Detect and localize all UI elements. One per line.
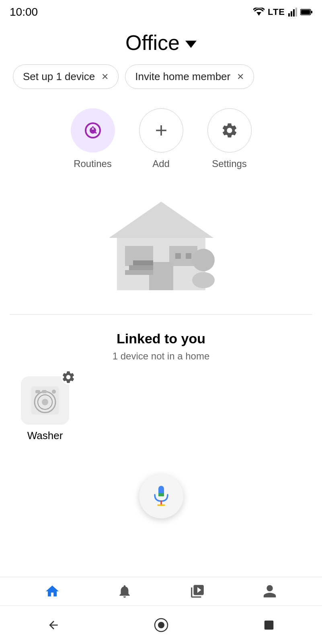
nav-media[interactable]	[190, 584, 205, 599]
svg-marker-9	[109, 202, 213, 238]
svg-point-14	[192, 249, 215, 271]
bottom-nav	[0, 577, 322, 605]
svg-rect-25	[35, 390, 40, 393]
svg-rect-32	[158, 493, 164, 496]
svg-rect-4	[295, 8, 297, 17]
voice-button[interactable]	[139, 474, 183, 518]
svg-rect-20	[133, 260, 153, 265]
add-button[interactable]: Add	[139, 108, 183, 169]
wifi-icon	[253, 8, 265, 17]
home-title-container[interactable]: Office	[125, 31, 197, 55]
svg-rect-1	[288, 13, 290, 17]
svg-rect-26	[42, 390, 47, 393]
svg-rect-7	[301, 10, 310, 14]
invite-member-close-icon[interactable]: ✕	[237, 72, 244, 82]
microphone-icon	[152, 485, 171, 508]
washer-icon	[29, 384, 61, 417]
svg-point-24	[42, 399, 48, 405]
nav-home[interactable]	[45, 584, 60, 599]
nav-notifications[interactable]	[117, 584, 132, 599]
status-bar: 10:00 LTE	[0, 0, 322, 23]
device-icon-wrapper	[21, 376, 69, 425]
routines-button[interactable]: Routines	[71, 108, 115, 169]
add-label: Add	[152, 158, 170, 169]
svg-point-34	[158, 622, 164, 628]
voice-area	[0, 450, 322, 526]
routines-circle	[71, 108, 115, 153]
square-icon	[263, 619, 275, 631]
device-settings-icon[interactable]	[61, 370, 76, 386]
svg-point-15	[192, 272, 215, 288]
actions-row: Routines Add Settings	[0, 102, 322, 186]
svg-rect-6	[311, 11, 312, 13]
profile-icon	[262, 584, 277, 599]
media-icon	[190, 584, 205, 599]
device-name: Washer	[27, 429, 63, 442]
status-time: 10:00	[10, 6, 38, 19]
page-title: Office	[125, 31, 180, 55]
svg-rect-35	[265, 620, 274, 630]
back-icon	[47, 619, 60, 632]
recents-button[interactable]	[263, 619, 275, 631]
linked-subtitle: 1 device not in a home	[13, 351, 309, 362]
chips-row: Set up 1 device ✕ Invite home member ✕	[0, 64, 322, 102]
invite-member-label: Invite home member	[135, 70, 230, 83]
battery-icon	[300, 9, 312, 15]
lte-label: LTE	[268, 7, 285, 17]
home-button[interactable]	[154, 618, 168, 632]
bell-icon	[117, 584, 132, 599]
header[interactable]: Office	[0, 23, 322, 64]
settings-button[interactable]: Settings	[207, 108, 252, 169]
add-circle	[139, 108, 183, 153]
invite-member-chip[interactable]: Invite home member ✕	[125, 64, 254, 89]
house-icon	[97, 194, 226, 298]
status-icons: LTE	[253, 7, 312, 17]
home-nav-icon	[45, 584, 60, 599]
empty-state-illustration	[0, 186, 322, 314]
setup-device-label: Set up 1 device	[23, 70, 95, 83]
chevron-down-icon[interactable]	[185, 41, 197, 48]
svg-marker-0	[256, 12, 261, 16]
add-icon	[152, 122, 170, 139]
svg-point-27	[52, 390, 56, 394]
svg-rect-18	[125, 270, 153, 275]
signal-icon	[288, 8, 297, 17]
svg-rect-16	[175, 253, 181, 259]
linked-title: Linked to you	[13, 331, 309, 347]
circle-icon	[154, 618, 168, 632]
svg-rect-19	[129, 265, 153, 270]
nav-profile[interactable]	[262, 584, 277, 599]
washer-device[interactable]: Washer	[13, 376, 77, 442]
setup-device-chip[interactable]: Set up 1 device ✕	[13, 64, 119, 89]
svg-rect-2	[291, 11, 292, 17]
svg-rect-17	[186, 253, 191, 259]
settings-icon	[221, 122, 238, 139]
settings-label: Settings	[212, 158, 247, 169]
setup-device-close-icon[interactable]: ✕	[101, 72, 109, 82]
routines-label: Routines	[74, 158, 112, 169]
linked-section: Linked to you 1 device not in a home	[0, 315, 322, 450]
settings-circle	[207, 108, 252, 153]
svg-rect-3	[293, 9, 295, 17]
back-button[interactable]	[47, 619, 60, 632]
android-nav-bar	[0, 605, 322, 644]
routines-icon	[83, 121, 103, 140]
